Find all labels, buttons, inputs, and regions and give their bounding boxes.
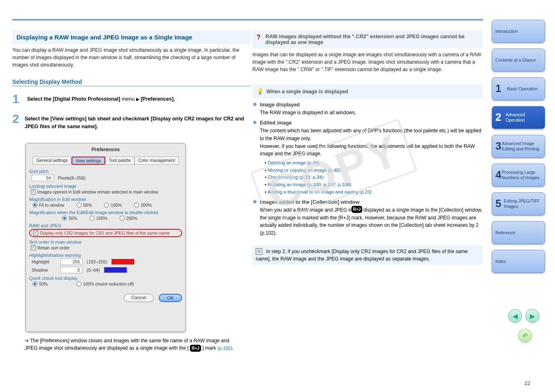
grid-pitch-label: Grid pitch — [29, 169, 182, 174]
page-link-102a[interactable]: (p.102). — [217, 346, 234, 350]
mag2-radios: 50% 100% 200% — [62, 216, 182, 221]
rj-badge-inline: R+J — [190, 345, 201, 352]
left-banner: Displaying a RAW Image and JPEG Image as… — [12, 30, 251, 44]
step-2: 2 Select the [View settings] tab sheet a… — [12, 112, 251, 131]
radio-fit-label: Fit to window — [39, 203, 64, 208]
ok-button[interactable]: OK — [159, 294, 182, 302]
chapter-nav: Introduction Contents at a Glance 1 Basi… — [492, 20, 545, 279]
radio-100[interactable] — [104, 203, 109, 208]
radio2-100-label: 100% — [96, 216, 107, 221]
tip-1: Image displayed The RAW image is display… — [260, 101, 483, 117]
nav-introduction[interactable]: Introduction — [492, 20, 545, 43]
tab-tool-palette[interactable]: Tool palette — [105, 157, 135, 165]
tab-view-settings[interactable]: View settings — [72, 157, 105, 165]
sh-range: (0–64) — [87, 267, 100, 272]
tip-2-text: The content which has been adjusted with… — [260, 128, 481, 157]
prev-page-button[interactable]: ◀ — [508, 309, 522, 323]
radio2-50[interactable] — [62, 216, 67, 221]
nav-index[interactable]: Index — [492, 250, 545, 273]
nav-ch5[interactable]: 5 Editing JPEG/TIFF Images — [492, 192, 545, 215]
back-button-wrap: ↶ — [518, 329, 532, 343]
question-banner: ? RAW images displayed without the ".CR2… — [252, 30, 483, 48]
step-2-text: Select the [View settings] tab sheet and… — [25, 112, 251, 131]
quick-100[interactable] — [76, 281, 81, 286]
question-icon: ? — [257, 34, 261, 41]
sh-input[interactable]: 0 — [60, 267, 83, 273]
raw-jpeg-highlight: Display only CR2 images for CR2 and JPEG… — [29, 229, 182, 237]
locking-label: Locking selected image — [29, 184, 182, 189]
step1-menu1: Select the [Digital Photo Professional] — [27, 96, 120, 102]
radio-200-label: 200% — [141, 203, 152, 208]
sh-color[interactable] — [104, 267, 127, 273]
nav-ch4[interactable]: 4 Processing Large Numbers of Images — [492, 164, 545, 187]
lock-checkbox[interactable] — [31, 189, 36, 194]
intro-text: You can display a RAW image and JPEG ima… — [12, 46, 251, 69]
tip2-sub0[interactable]: Deleting an image (p.45) — [268, 160, 319, 165]
step-1-text: Select the [Digital Photo Professional] … — [27, 92, 175, 106]
quick-label: Quick check tool display — [29, 276, 182, 281]
tip-1-text: The RAW image is displayed in all window… — [260, 110, 356, 115]
right-column: ? RAW images displayed without the ".CR2… — [252, 30, 483, 265]
grid-pitch-input[interactable]: 64 — [32, 175, 54, 181]
result-note: ➜ The [Preferences] window closes and im… — [25, 337, 243, 352]
tip2-sub3[interactable]: Rotating an image (p.100, p.107, p.108) — [268, 182, 351, 187]
hls-label: Highlight/shadow warning — [29, 253, 182, 258]
tab-color-mgmt[interactable]: Color management — [134, 157, 178, 165]
radio2-50-label: 50% — [69, 216, 77, 221]
radio-100-label: 100% — [111, 203, 122, 208]
radio-200[interactable] — [134, 203, 139, 208]
radio-50[interactable] — [76, 203, 81, 208]
hl-text: Highlight — [32, 259, 56, 264]
nav-ch2-num: 2 — [495, 111, 506, 124]
radio2-100[interactable] — [90, 216, 95, 221]
mag2-label: Magnification when the Edit/Edit image w… — [29, 210, 182, 215]
step-1: 1 Select the [Digital Photo Professional… — [12, 92, 251, 106]
note-icon — [256, 248, 262, 255]
hl-color[interactable] — [111, 259, 134, 265]
step-1-num: 1 — [12, 92, 23, 106]
next-page-button[interactable]: ▶ — [525, 309, 539, 323]
tip-3-title: Images added to the [Collection] window — [260, 199, 359, 205]
cancel-button[interactable]: Cancel — [124, 294, 154, 302]
hl-input[interactable]: 255 — [60, 258, 83, 265]
raw-jpeg-checkbox-text: Display only CR2 images for CR2 and JPEG… — [40, 231, 170, 235]
raw-jpeg-checkbox[interactable] — [33, 231, 38, 235]
tip2-sub4[interactable]: Adding a thumbnail to an image and savin… — [268, 189, 372, 194]
quick-radios: 50% 100% (moiré reduction off) — [32, 281, 182, 286]
preferences-dialog: Preferences General settings View settin… — [25, 143, 186, 332]
return-button[interactable]: ↶ — [518, 329, 532, 343]
left-banner-title: Displaying a RAW Image and JPEG Image as… — [16, 34, 192, 41]
sh-text: Shadow — [32, 267, 56, 272]
tip-3-body: When you add a RAW image and JPEG image … — [260, 207, 482, 236]
nav-ch4-label: Processing Large Numbers of Images — [502, 170, 541, 180]
nav-reference[interactable]: Reference — [492, 221, 545, 244]
sort-checkbox[interactable] — [31, 245, 36, 250]
nav-ch5-label: Editing JPEG/TIFF Images — [504, 198, 541, 209]
nav-ch3[interactable]: 3 Advanced Image Editing and Printing — [492, 135, 545, 158]
arrow-icon: ➜ — [25, 338, 29, 344]
nav-contents[interactable]: Contents at a Glance — [492, 48, 545, 71]
tip-1-title: Image displayed — [260, 102, 300, 108]
nav-contents-label: Contents at a Glance — [495, 58, 536, 63]
mag-label: Magnification in Edit window — [29, 197, 182, 202]
nav-ch1[interactable]: 1 Basic Operation — [492, 77, 545, 100]
nav-ch4-num: 4 — [495, 168, 502, 181]
tip2-sub1[interactable]: Moving or copying an image (p.46) — [268, 168, 340, 173]
note-text: In step 2, if you uncheckmark [Display o… — [256, 249, 468, 262]
quick-50[interactable] — [32, 281, 37, 286]
tip-2-title: Edited image — [260, 120, 292, 126]
radio2-200[interactable] — [120, 216, 125, 221]
left-column: Displaying a RAW Image and JPEG Image as… — [12, 30, 251, 131]
step1-pref: [Preferences]. — [141, 96, 175, 102]
radio2-200-label: 200% — [126, 216, 137, 221]
nav-ch2[interactable]: 2 Advanced Operation — [492, 106, 545, 129]
question-body: Images that can be displayed as a single… — [252, 51, 483, 73]
tip-2: Edited image The content which has been … — [260, 119, 483, 196]
radio-fit[interactable] — [32, 203, 37, 208]
step-2-num: 2 — [12, 112, 21, 131]
nav-ch1-num: 1 — [495, 82, 507, 95]
tab-general[interactable]: General settings — [32, 157, 71, 165]
nav-ref-label: Reference — [495, 230, 515, 235]
tip2-sub2[interactable]: Checkmarking (p.33, p.34) — [268, 175, 324, 180]
nav-intro-label: Introduction — [495, 29, 518, 34]
